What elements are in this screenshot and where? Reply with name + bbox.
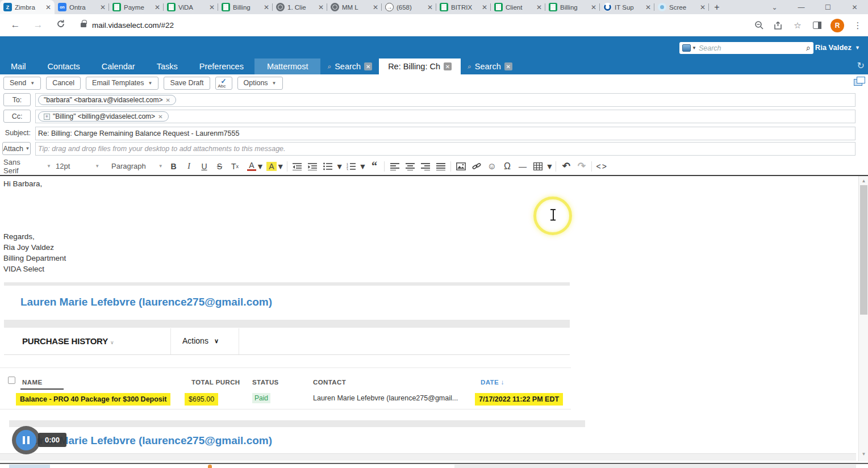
close-tab-icon[interactable]: ✕ bbox=[364, 62, 372, 70]
close-window-button[interactable]: ✕ bbox=[841, 0, 868, 14]
justify-button[interactable] bbox=[433, 162, 448, 170]
save-draft-button[interactable]: Save Draft bbox=[164, 77, 210, 90]
close-tab-icon[interactable]: ✕ bbox=[645, 4, 651, 11]
close-tab-icon[interactable]: ✕ bbox=[264, 4, 269, 11]
blockquote-button[interactable]: “ bbox=[366, 160, 382, 173]
close-tab-icon[interactable]: ✕ bbox=[482, 4, 487, 11]
nav-tab-calendar[interactable]: Calendar bbox=[91, 58, 146, 74]
cc-field[interactable]: + "Billing" <billing@vidaselect.com> ✕ bbox=[35, 110, 856, 123]
undo-button[interactable]: ↶ bbox=[558, 160, 574, 172]
search-input[interactable]: Search bbox=[699, 44, 806, 52]
purchase-history-title[interactable]: PURCHASE HISTORY∨ bbox=[22, 336, 114, 346]
code-view-button[interactable]: <> bbox=[594, 162, 610, 171]
user-menu[interactable]: Ria Valdez ▼ bbox=[815, 43, 860, 52]
share-icon[interactable] bbox=[773, 21, 784, 30]
chevron-down-icon[interactable]: ▼ bbox=[359, 162, 367, 171]
scroll-up-icon[interactable]: ▲ bbox=[859, 178, 868, 183]
browser-tab-658[interactable]: → (658) ✕ bbox=[382, 0, 436, 14]
font-size-select[interactable]: 12pt▼ bbox=[56, 162, 103, 170]
zoom-icon[interactable] bbox=[753, 20, 765, 30]
bullet-list-button[interactable] bbox=[320, 162, 336, 170]
forward-icon[interactable]: → bbox=[31, 19, 45, 31]
numbered-list-button[interactable]: 123 bbox=[344, 162, 359, 170]
align-left-button[interactable] bbox=[387, 162, 402, 170]
select-all-checkbox[interactable] bbox=[8, 377, 15, 384]
close-tab-icon[interactable]: ✕ bbox=[373, 4, 378, 11]
actions-dropdown[interactable]: Actions∨ bbox=[182, 336, 219, 345]
align-right-button[interactable] bbox=[418, 162, 433, 170]
remove-recipient-icon[interactable]: ✕ bbox=[165, 97, 170, 103]
cc-recipient-chip[interactable]: + "Billing" <billing@vidaselect.com> ✕ bbox=[38, 111, 169, 122]
close-tab-icon[interactable]: ✕ bbox=[444, 62, 452, 70]
indent-button[interactable] bbox=[305, 162, 320, 170]
to-button[interactable]: To: bbox=[3, 93, 31, 106]
browser-tab-zimbra[interactable]: Z Zimbra ✕ bbox=[0, 0, 55, 14]
chevron-down-icon[interactable]: ▼ bbox=[336, 162, 344, 171]
paragraph-style-select[interactable]: Paragraph▼ bbox=[111, 162, 160, 170]
close-tab-icon[interactable]: ✕ bbox=[155, 4, 160, 11]
bold-button[interactable]: B bbox=[166, 162, 181, 171]
options-button[interactable]: Options▼ bbox=[237, 77, 283, 90]
browser-tab-screencast[interactable]: Scree ✕ bbox=[654, 0, 709, 14]
close-tab-icon[interactable]: ✕ bbox=[700, 4, 706, 11]
column-header-total[interactable]: TOTAL PURCH bbox=[191, 379, 240, 386]
column-header-date[interactable]: DATE ↓ bbox=[481, 379, 504, 386]
font-color-button[interactable]: A bbox=[247, 162, 256, 171]
pause-recording-button[interactable] bbox=[16, 430, 36, 450]
refresh-icon[interactable] bbox=[53, 19, 68, 31]
italic-button[interactable]: I bbox=[181, 162, 197, 171]
cc-button[interactable]: Cc: bbox=[3, 110, 31, 123]
search-scope-icon[interactable] bbox=[682, 44, 691, 52]
browser-tab-itsup[interactable]: IT Sup ✕ bbox=[600, 0, 654, 14]
to-field[interactable]: "barbara" <barbara.v@vidaselect.com> ✕ bbox=[35, 93, 856, 107]
chevron-down-icon[interactable]: ▼ bbox=[545, 162, 553, 171]
email-templates-button[interactable]: Email Templates▼ bbox=[86, 77, 158, 90]
underline-button[interactable]: U bbox=[197, 162, 212, 171]
font-family-select[interactable]: Sans Serif▼ bbox=[3, 158, 51, 175]
close-tab-icon[interactable]: ✕ bbox=[318, 4, 324, 11]
app-tab-compose-active[interactable]: Re: Billing: Ch ✕ bbox=[379, 58, 461, 74]
chevron-down-icon[interactable]: ▼ bbox=[277, 162, 285, 171]
minimize-button[interactable]: — bbox=[788, 0, 815, 14]
subject-input[interactable]: Re: Billing: Charge Remaining Balance Re… bbox=[35, 127, 856, 140]
browser-tab-ontraport[interactable]: on Ontra ✕ bbox=[55, 0, 109, 14]
align-center-button[interactable] bbox=[402, 162, 418, 170]
search-icon[interactable]: ⌕ bbox=[806, 43, 811, 53]
profile-avatar[interactable]: R bbox=[831, 19, 844, 32]
close-tab-icon[interactable]: ✕ bbox=[591, 4, 596, 11]
special-character-button[interactable]: Ω bbox=[499, 161, 515, 172]
nav-tab-contacts[interactable]: Contacts bbox=[37, 58, 91, 74]
nav-tab-mattermost[interactable]: Mattermost bbox=[254, 58, 321, 74]
nav-tab-preferences[interactable]: Preferences bbox=[189, 58, 254, 74]
expand-group-icon[interactable]: + bbox=[44, 114, 50, 120]
nav-tab-mail[interactable]: Mail bbox=[0, 58, 37, 74]
column-header-contact[interactable]: CONTACT bbox=[313, 379, 346, 386]
strikethrough-button[interactable]: S bbox=[212, 162, 227, 171]
scroll-down-icon[interactable]: ▼ bbox=[859, 452, 868, 457]
attachments-drop-zone[interactable]: Tip: drag and drop files from your deskt… bbox=[35, 142, 856, 156]
scrollbar-thumb[interactable] bbox=[860, 185, 867, 315]
highlight-color-button[interactable]: A bbox=[266, 162, 277, 171]
redo-button[interactable]: ↷ bbox=[574, 160, 589, 172]
browser-tab-billing2-sheet[interactable]: Billing ✕ bbox=[545, 0, 600, 14]
chevron-down-icon[interactable]: ▼ bbox=[692, 45, 696, 51]
back-icon[interactable]: ← bbox=[8, 19, 23, 31]
purchase-table-row[interactable]: Balance - PRO 40 Package for $300 Deposi… bbox=[0, 391, 571, 407]
maximize-button[interactable]: ☐ bbox=[815, 0, 841, 14]
send-button[interactable]: Send▼ bbox=[3, 77, 41, 90]
chevron-down-icon[interactable]: ⌄ bbox=[761, 0, 788, 14]
browser-tab-client[interactable]: 1. Clie ✕ bbox=[273, 0, 327, 14]
sidebar-icon[interactable] bbox=[811, 22, 823, 29]
url-text[interactable]: mail.vidaselect.com/#22 bbox=[92, 21, 174, 30]
browser-tab-billing-sheet[interactable]: Billing ✕ bbox=[218, 0, 273, 14]
lock-icon[interactable] bbox=[81, 23, 86, 27]
horizontal-rule-button[interactable]: — bbox=[515, 162, 530, 171]
remove-recipient-icon[interactable]: ✕ bbox=[158, 114, 162, 120]
attach-button[interactable]: Attach ▼ bbox=[2, 142, 31, 155]
insert-image-button[interactable] bbox=[453, 162, 469, 170]
app-tab-search-1[interactable]: ⌕ Search ✕ bbox=[320, 58, 379, 74]
column-header-name[interactable]: NAME bbox=[22, 379, 42, 386]
sync-icon[interactable]: ↻ bbox=[857, 60, 865, 71]
insert-table-button[interactable] bbox=[530, 162, 545, 170]
outdent-button[interactable] bbox=[290, 162, 305, 170]
